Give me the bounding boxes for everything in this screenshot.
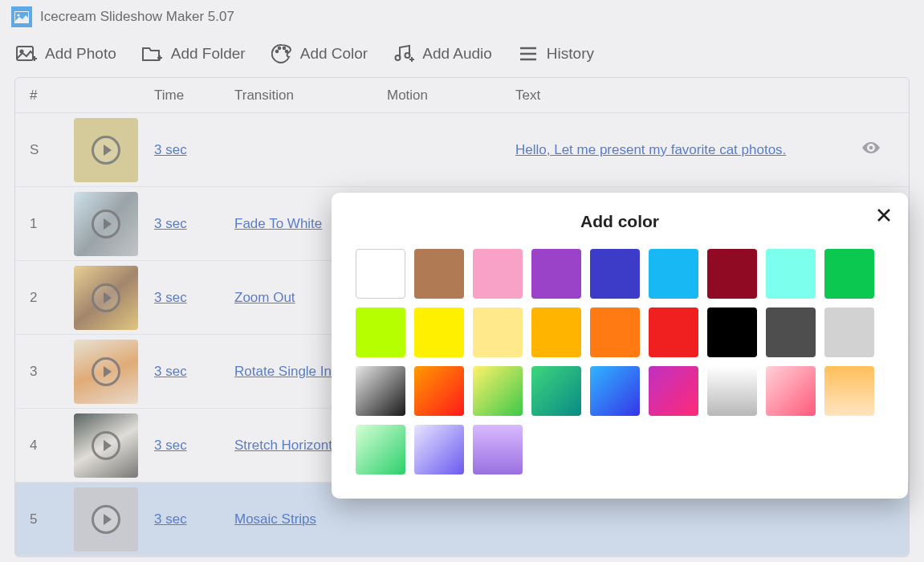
color-swatch-grad-magenta[interactable] [649, 366, 698, 416]
row-number: 4 [30, 438, 74, 454]
menu-icon [518, 43, 539, 64]
color-swatch-amber[interactable] [531, 307, 581, 357]
color-swatch-grad-lavender[interactable] [414, 425, 464, 474]
svg-point-7 [285, 51, 287, 53]
add-color-button[interactable]: Add Color [271, 43, 368, 64]
col-motion: Motion [387, 88, 515, 104]
color-swatch-sky[interactable] [649, 249, 698, 299]
color-swatch-grad-mint[interactable] [356, 425, 405, 474]
play-icon [92, 136, 120, 165]
text-link[interactable]: Hello, Let me present my favorite cat ph… [515, 142, 786, 157]
svg-point-6 [283, 47, 285, 50]
color-swatch-orange[interactable] [590, 307, 640, 357]
transition-link[interactable]: Zoom Out [234, 290, 295, 305]
play-icon [92, 210, 120, 238]
color-swatch-cream[interactable] [473, 307, 523, 357]
time-link[interactable]: 3 sec [154, 290, 187, 305]
play-icon [92, 283, 120, 312]
transition-link[interactable]: Rotate Single In [234, 364, 332, 379]
slide-thumbnail[interactable] [74, 413, 138, 478]
slide-thumbnail[interactable] [74, 118, 138, 182]
slide-thumbnail[interactable] [74, 487, 138, 552]
col-text: Text [515, 88, 861, 104]
svg-point-9 [405, 53, 410, 58]
color-swatch-brown[interactable] [414, 249, 464, 299]
time-link[interactable]: 3 sec [154, 438, 187, 453]
history-button[interactable]: History [518, 43, 594, 64]
transition-link[interactable]: Stretch Horizontal [234, 438, 343, 453]
add-photo-label: Add Photo [45, 45, 116, 63]
color-swatch-lime[interactable] [356, 307, 405, 357]
folder-plus-icon [142, 43, 163, 64]
main-toolbar: Add Photo Add Folder Add Color Add Audio… [0, 31, 924, 77]
color-swatch-aqua[interactable] [766, 249, 816, 299]
color-swatch-light-gray[interactable] [824, 307, 874, 357]
play-icon [92, 505, 120, 534]
row-number: S [30, 142, 74, 158]
svg-point-1 [17, 14, 19, 16]
col-transition: Transition [234, 88, 387, 104]
photo-plus-icon [16, 43, 37, 64]
color-swatch-grad-fire[interactable] [414, 366, 464, 416]
color-swatch-pink[interactable] [473, 249, 523, 299]
row-number: 5 [30, 511, 74, 527]
slide-thumbnail[interactable] [74, 192, 138, 256]
add-photo-button[interactable]: Add Photo [16, 43, 116, 64]
time-link[interactable]: 3 sec [154, 364, 187, 379]
eye-icon[interactable] [861, 144, 881, 159]
svg-rect-2 [17, 47, 33, 60]
add-audio-label: Add Audio [422, 45, 492, 63]
svg-point-8 [396, 55, 401, 60]
time-link[interactable]: 3 sec [154, 511, 187, 527]
color-swatch-black[interactable] [707, 307, 757, 357]
transition-link[interactable]: Mosaic Strips [234, 511, 316, 527]
color-swatch-indigo[interactable] [590, 249, 640, 299]
color-swatch-grad-citrus[interactable] [473, 366, 523, 416]
color-swatches [356, 249, 884, 474]
palette-icon [271, 43, 292, 64]
transition-link[interactable]: Fade To White [234, 216, 322, 231]
row-number: 2 [30, 290, 74, 306]
color-swatch-grad-ocean[interactable] [590, 366, 640, 416]
row-number: 1 [30, 216, 74, 232]
color-swatch-white[interactable] [356, 249, 405, 299]
app-icon [11, 6, 32, 27]
play-icon [92, 357, 120, 386]
svg-point-10 [869, 146, 873, 150]
table-row[interactable]: S3 secHello, Let me present my favorite … [15, 113, 909, 187]
add-audio-button[interactable]: Add Audio [393, 43, 492, 64]
row-number: 3 [30, 364, 74, 380]
color-swatch-yellow[interactable] [414, 307, 464, 357]
slide-thumbnail[interactable] [74, 266, 138, 330]
color-swatch-maroon[interactable] [707, 249, 757, 299]
add-folder-label: Add Folder [171, 45, 246, 63]
music-plus-icon [393, 43, 414, 64]
color-swatch-dark-gray[interactable] [766, 307, 816, 357]
color-swatch-grad-sunset[interactable] [824, 366, 874, 416]
modal-title: Add color [356, 207, 884, 249]
table-header: # Time Transition Motion Text [15, 78, 909, 113]
time-link[interactable]: 3 sec [154, 216, 187, 231]
close-button[interactable] [873, 204, 895, 226]
history-label: History [547, 45, 594, 63]
color-swatch-purple[interactable] [531, 249, 581, 299]
svg-point-5 [278, 47, 280, 50]
slide-thumbnail[interactable] [74, 340, 138, 404]
color-swatch-green[interactable] [824, 249, 874, 299]
add-folder-button[interactable]: Add Folder [142, 43, 246, 64]
col-time: Time [154, 88, 234, 104]
col-num: # [30, 88, 74, 104]
app-title: Icecream Slideshow Maker 5.07 [40, 9, 234, 25]
color-swatch-grad-violet[interactable] [473, 425, 523, 474]
play-icon [92, 431, 120, 460]
color-swatch-grad-blush[interactable] [766, 366, 816, 416]
title-bar: Icecream Slideshow Maker 5.07 [0, 0, 924, 31]
time-link[interactable]: 3 sec [154, 142, 187, 157]
color-swatch-grad-silver[interactable] [707, 366, 757, 416]
svg-point-4 [275, 51, 278, 53]
add-color-label: Add Color [300, 45, 368, 63]
add-color-modal: Add color [332, 193, 908, 499]
color-swatch-grad-gray[interactable] [356, 366, 405, 416]
color-swatch-red[interactable] [649, 307, 698, 357]
color-swatch-grad-forest[interactable] [531, 366, 581, 416]
